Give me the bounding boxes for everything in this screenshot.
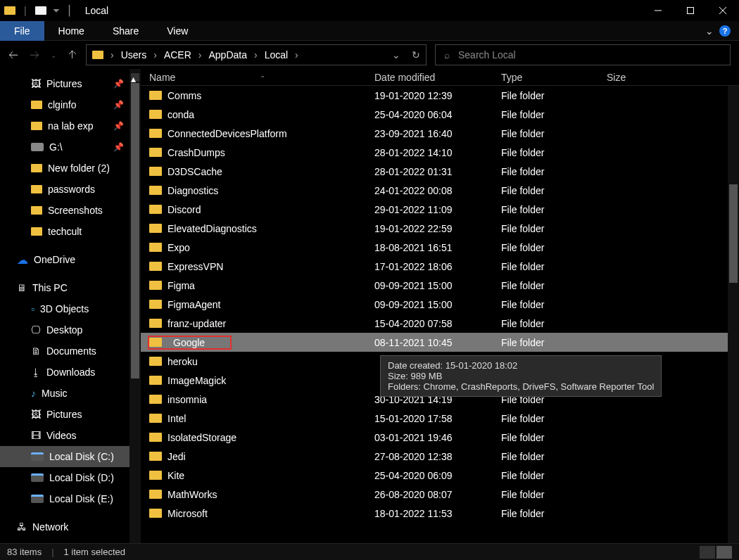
pc-icon: 🖥 [17,282,27,293]
details-view-button[interactable] [700,546,715,559]
file-list[interactable]: Comms19-01-2020 12:39File folderconda25-… [141,86,739,543]
chevron-down-icon[interactable]: ⌄ [705,25,714,37]
table-row[interactable]: CrashDumps28-01-2022 14:10File folder [141,143,739,162]
col-name[interactable]: Name [149,72,175,83]
table-row[interactable]: Expo18-08-2021 16:51File folder [141,238,739,257]
folder-icon [149,262,162,271]
search-input[interactable]: ⌕ Search Local [435,44,731,65]
maximize-button[interactable] [674,0,707,21]
minimize-button[interactable] [642,0,674,21]
breadcrumb[interactable]: ACER [164,49,206,61]
file-name: Kite [168,470,184,481]
file-date: 15-01-2020 17:58 [374,413,501,424]
folder-icon [149,300,162,309]
sidebar-item-documents[interactable]: 🗎Documents [0,341,141,362]
sidebar-item-diske[interactable]: Local Disk (E:) [0,488,141,509]
table-row[interactable]: conda25-04-2020 06:04File folder [141,105,739,124]
sidebar-item-newfolder[interactable]: New folder (2) [0,158,141,179]
sidebar-item-desktop[interactable]: 🖵Desktop [0,319,141,341]
new-folder-icon[interactable] [35,6,46,15]
breadcrumb[interactable]: AppData [208,49,261,61]
chevron-down-icon[interactable]: ⏷ [52,6,61,15]
scrollbar[interactable]: ▴ [130,69,141,543]
recent-dropdown[interactable]: ⌄ [51,51,56,59]
file-date: 24-01-2022 00:08 [374,185,501,196]
table-row[interactable]: FigmaAgent09-09-2021 15:00File folder [141,295,739,314]
col-size[interactable]: Size [607,72,739,83]
table-row[interactable]: Discord29-01-2022 11:09File folder [141,200,739,219]
sidebar-item-downloads[interactable]: ⭳Downloads [0,362,141,383]
sidebar-item-music[interactable]: ♪Music [0,383,141,404]
breadcrumb[interactable]: Local [265,49,303,61]
file-type: File folder [501,185,607,196]
file-date: 18-08-2021 16:51 [374,242,501,253]
file-type: File folder [501,413,607,424]
table-row[interactable]: Jedi27-08-2020 12:38File folder [141,447,739,466]
close-button[interactable] [707,0,739,21]
breadcrumb[interactable]: Users [121,49,161,61]
file-date: 25-04-2020 06:04 [374,109,501,120]
sidebar-item-nalab[interactable]: na lab exp📌 [0,115,141,136]
sidebar-item-screenshots[interactable]: Screenshots [0,200,141,221]
up-button[interactable]: 🡡 [68,49,77,61]
pin-icon: 📌 [113,100,124,110]
sidebar-item-diskd[interactable]: Local Disk (D:) [0,467,141,488]
folder-icon [31,164,42,172]
back-button[interactable]: 🡠 [8,49,18,61]
file-date: 03-01-2021 19:46 [374,432,501,443]
table-row[interactable]: ConnectedDevicesPlatform23-09-2021 16:40… [141,124,739,143]
sidebar-item-techcult[interactable]: techcult [0,221,141,242]
sidebar-item-network[interactable]: 🖧Network [0,516,141,537]
sidebar-item-thispc[interactable]: 🖥This PC [0,277,141,298]
file-name: heroku [168,356,198,367]
address-bar[interactable]: Users ACER AppData Local ⌄ ↻ [86,44,427,65]
sidebar-item-3dobjects[interactable]: ▫3D Objects [0,298,141,319]
dropdown-icon[interactable]: ⌄ [392,49,400,61]
sidebar-item-videos[interactable]: 🎞Videos [0,425,141,446]
table-row[interactable]: Kite25-04-2020 06:09File folder [141,466,739,485]
sidebar-item-onedrive[interactable]: ☁OneDrive [0,249,141,270]
table-row[interactable]: Microsoft18-01-2022 11:53File folder [141,504,739,523]
table-row[interactable]: Diagnostics24-01-2022 00:08File folder [141,181,739,200]
share-tab[interactable]: Share [99,21,153,41]
col-date[interactable]: Date modified [374,72,501,83]
refresh-icon[interactable]: ↻ [412,49,420,61]
sidebar[interactable]: 🖼Pictures📌 clginfo📌 na lab exp📌 G:\📌 New… [0,69,141,543]
col-type[interactable]: Type [501,72,607,83]
table-row[interactable]: IsolatedStorage03-01-2021 19:46File fold… [141,428,739,447]
table-row[interactable]: Figma09-09-2021 15:00File folder [141,276,739,295]
disk-icon [31,452,44,461]
table-row[interactable]: MathWorks26-08-2020 08:07File folder [141,485,739,504]
table-row[interactable]: Intel15-01-2020 17:58File folder [141,409,739,428]
table-row[interactable]: Google08-11-2021 10:45File folder [141,333,739,352]
table-row[interactable]: ExpressVPN17-01-2022 18:06File folder [141,257,739,276]
folder-icon [149,509,162,518]
file-name: Comms [168,90,201,101]
file-date: 19-01-2022 22:59 [374,223,501,234]
home-tab[interactable]: Home [44,21,99,41]
folder-icon [149,167,162,176]
view-tab[interactable]: View [153,21,202,41]
sidebar-item-diskc[interactable]: Local Disk (C:) [0,446,141,467]
table-row[interactable]: Comms19-01-2020 12:39File folder [141,86,739,105]
sort-indicator: ⌃ [260,75,265,82]
sidebar-item-pictures2[interactable]: 🖼Pictures [0,404,141,425]
sidebar-item-passwords[interactable]: passwords [0,179,141,200]
file-tab[interactable]: File [0,21,44,41]
forward-button[interactable]: 🡢 [30,49,39,61]
folder-icon [149,224,162,233]
table-row[interactable]: ElevatedDiagnostics19-01-2022 22:59File … [141,219,739,238]
file-name: D3DSCache [168,166,222,177]
file-type: File folder [501,508,607,519]
scrollbar[interactable] [728,86,739,543]
file-name: ImageMagick [168,375,226,386]
sidebar-item-clginfo[interactable]: clginfo📌 [0,94,141,115]
table-row[interactable]: D3DSCache28-01-2022 01:31File folder [141,162,739,181]
help-icon[interactable]: ? [719,25,731,37]
sidebar-item-pictures[interactable]: 🖼Pictures📌 [0,73,141,94]
file-type: File folder [501,451,607,462]
icons-view-button[interactable] [716,546,732,559]
sidebar-item-gdrive[interactable]: G:\📌 [0,136,141,158]
column-headers[interactable]: Name⌃ Date modified Type Size [141,69,739,86]
table-row[interactable]: franz-updater15-04-2020 07:58File folder [141,314,739,333]
